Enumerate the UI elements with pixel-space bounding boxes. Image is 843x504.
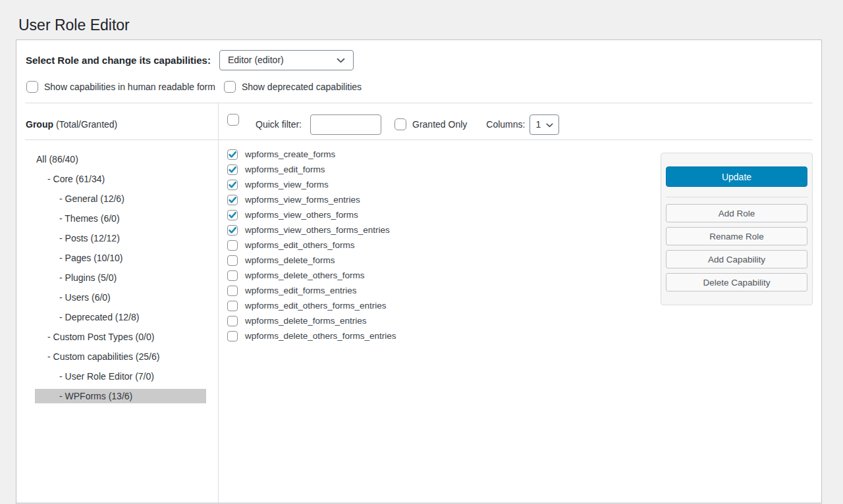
capability-label: wpforms_create_forms (245, 149, 335, 159)
capability-row: wpforms_create_forms (227, 147, 396, 162)
role-select[interactable]: Editor (editor) (219, 50, 354, 70)
columns-label: Columns: (486, 119, 525, 130)
capability-label: wpforms_delete_forms (245, 255, 335, 265)
capability-row: wpforms_delete_forms_entries (227, 313, 396, 328)
group-item-label: - General (12/6) (16, 193, 124, 204)
vertical-divider (218, 103, 219, 503)
delete-capability-button[interactable]: Delete Capability (666, 273, 807, 291)
group-item-label: - Custom Post Types (0/0) (16, 332, 154, 342)
capability-list: wpforms_create_formswpforms_edit_formswp… (227, 147, 396, 343)
group-header-title: Group (26, 119, 53, 130)
group-item-plugins[interactable]: - Plugins (5/0) (16, 268, 218, 288)
group-item-label: - User Role Editor (7/0) (16, 371, 154, 382)
group-item-label: - Plugins (5/0) (16, 272, 117, 283)
capability-row: wpforms_edit_others_forms_entries (227, 298, 396, 313)
capability-row: wpforms_delete_others_forms_entries (227, 328, 396, 343)
capability-checkbox-wpforms-edit-others-forms-entries[interactable] (227, 301, 238, 311)
capability-label: wpforms_view_forms (245, 180, 329, 189)
group-item-label: All (86/40) (16, 154, 78, 164)
columns-select-value: 1 (535, 119, 541, 130)
group-item-custom-post-types[interactable]: - Custom Post Types (0/0) (16, 327, 218, 347)
capability-checkbox-wpforms-delete-others-forms-entries[interactable] (227, 331, 238, 341)
capability-label: wpforms_view_others_forms_entries (245, 225, 390, 235)
capability-checkbox-wpforms-view-others-forms[interactable] (227, 210, 238, 220)
role-select-value: Editor (editor) (228, 55, 284, 65)
chevron-down-icon (337, 55, 345, 65)
role-selector-label: Select Role and change its capabilities: (26, 55, 211, 66)
capability-row: wpforms_edit_others_forms (227, 238, 396, 253)
granted-only-label: Granted Only (412, 119, 467, 130)
secondary-buttons: Add RoleRename RoleAdd CapabilityDelete … (661, 204, 812, 291)
group-item-label: - Pages (10/10) (16, 253, 123, 263)
group-item-label: - Users (6/0) (16, 292, 111, 303)
capability-row: wpforms_edit_forms (227, 162, 396, 177)
granted-only-checkbox[interactable] (394, 118, 406, 130)
capability-label: wpforms_edit_others_forms_entries (245, 301, 387, 311)
page-title: User Role Editor (18, 16, 130, 34)
filter-bar: Quick filter: Granted Only Columns: 1 (227, 113, 559, 136)
select-all-checkbox[interactable] (227, 114, 239, 126)
group-item-general[interactable]: - General (12/6) (16, 189, 218, 209)
capability-label: wpforms_view_forms_entries (245, 195, 360, 205)
capability-label: wpforms_edit_forms_entries (245, 286, 357, 295)
show-deprecated-label: Show deprecated capabilities (242, 82, 362, 92)
group-item-wpforms[interactable]: - WPForms (13/6) (16, 386, 218, 406)
group-item-pages[interactable]: - Pages (10/10) (16, 248, 218, 268)
add-role-button[interactable]: Add Role (666, 204, 807, 222)
group-item-posts[interactable]: - Posts (12/12) (16, 228, 218, 248)
update-button[interactable]: Update (666, 166, 807, 187)
group-item-label: - Deprecated (12/8) (16, 312, 139, 322)
group-item-label: - Themes (6/0) (16, 213, 120, 224)
capability-checkbox-wpforms-view-others-forms-entries[interactable] (227, 225, 238, 236)
divider (666, 197, 807, 197)
capability-row: wpforms_delete_others_forms (227, 268, 396, 283)
capability-group-tree: All (86/40)- Core (61/34)- General (12/6… (16, 149, 218, 406)
group-item-users[interactable]: - Users (6/0) (16, 288, 218, 307)
role-selector-row: Select Role and change its capabilities:… (26, 49, 354, 70)
capability-checkbox-wpforms-edit-forms-entries[interactable] (227, 286, 238, 296)
capability-row: wpforms_edit_forms_entries (227, 283, 396, 298)
columns-select[interactable]: 1 (530, 114, 559, 135)
group-item-all[interactable]: All (86/40) (16, 149, 218, 169)
capability-checkbox-wpforms-delete-others-forms[interactable] (227, 270, 238, 281)
capability-label: wpforms_delete_others_forms_entries (245, 331, 396, 341)
group-item-label: - Posts (12/12) (16, 233, 120, 243)
divider (25, 139, 813, 140)
group-header-suffix: (Total/Granted) (53, 119, 117, 130)
group-item-custom-capabilities[interactable]: - Custom capabilities (25/6) (16, 347, 218, 366)
capability-label: wpforms_delete_forms_entries (245, 316, 367, 326)
quick-filter-label: Quick filter: (256, 119, 302, 130)
human-readable-checkbox[interactable] (26, 81, 38, 93)
capability-checkbox-wpforms-view-forms[interactable] (227, 180, 238, 190)
group-item-core[interactable]: - Core (61/34) (16, 169, 218, 189)
group-item-label: - Custom capabilities (25/6) (16, 351, 159, 362)
show-deprecated-checkbox[interactable] (224, 81, 236, 93)
quick-filter-input[interactable] (310, 114, 381, 135)
group-item-themes[interactable]: - Themes (6/0) (16, 209, 218, 228)
capability-row: wpforms_delete_forms (227, 253, 396, 268)
human-readable-label: Show capabilities in human readable form (44, 82, 215, 92)
capability-row: wpforms_view_others_forms (227, 207, 396, 222)
capability-checkbox-wpforms-create-forms[interactable] (227, 149, 238, 160)
capability-checkbox-wpforms-delete-forms[interactable] (227, 255, 238, 266)
group-header: Group (Total/Granted) (26, 119, 117, 130)
group-item-label: - Core (61/34) (16, 174, 105, 184)
capability-checkbox-wpforms-view-forms-entries[interactable] (227, 195, 238, 205)
display-toggles-row: Show capabilities in human readable form… (26, 80, 362, 93)
capability-row: wpforms_view_others_forms_entries (227, 222, 396, 238)
capability-row: wpforms_view_forms (227, 177, 396, 192)
capability-checkbox-wpforms-edit-forms[interactable] (227, 164, 238, 175)
actions-panel: Update Add RoleRename RoleAdd Capability… (661, 153, 813, 305)
chevron-down-icon (546, 119, 553, 130)
rename-role-button[interactable]: Rename Role (666, 227, 807, 245)
group-item-deprecated[interactable]: - Deprecated (12/8) (16, 307, 218, 327)
add-capability-button[interactable]: Add Capability (666, 250, 807, 268)
capability-checkbox-wpforms-delete-forms-entries[interactable] (227, 316, 238, 326)
group-item-label: - WPForms (13/6) (35, 389, 206, 403)
capability-label: wpforms_edit_forms (245, 164, 325, 174)
user-role-editor-panel: Select Role and change its capabilities:… (16, 39, 822, 503)
capability-label: wpforms_delete_others_forms (245, 270, 365, 280)
capability-label: wpforms_edit_others_forms (245, 240, 355, 250)
capability-checkbox-wpforms-edit-others-forms[interactable] (227, 240, 238, 251)
group-item-user-role-editor[interactable]: - User Role Editor (7/0) (16, 366, 218, 386)
